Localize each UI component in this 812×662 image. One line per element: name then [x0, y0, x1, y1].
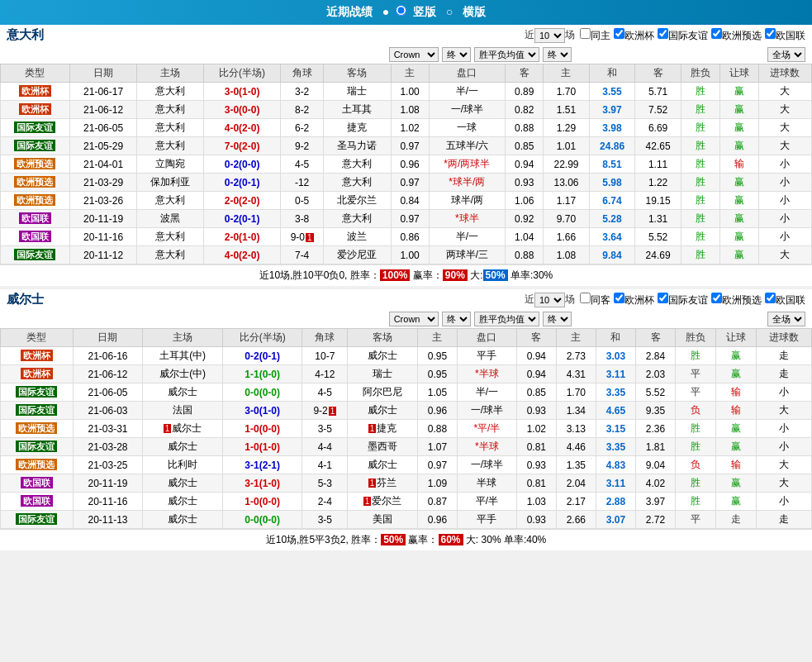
- type-badge: 欧国联: [21, 477, 53, 488]
- rb-cell: 赢: [719, 246, 758, 264]
- handicap-cell: *平/半: [457, 420, 516, 438]
- score-cell: 0-2(0-1): [204, 174, 281, 192]
- italy-cb-intl[interactable]: [658, 28, 668, 39]
- date-cell: 20-11-19: [69, 210, 136, 228]
- italy-cb-euro[interactable]: [614, 28, 624, 39]
- draw-avg-cell: 3.98: [589, 119, 635, 137]
- wales-end2-select[interactable]: 终: [543, 312, 572, 326]
- wales-cb-euro[interactable]: [614, 293, 624, 303]
- wales-crown-select[interactable]: Crown: [389, 312, 439, 326]
- away-odds-cell: 0.93: [516, 402, 556, 420]
- away-cell: 意大利: [324, 210, 391, 228]
- score-cell: 0-2(0-0): [204, 155, 281, 174]
- score-cell: 1-0(0-0): [222, 420, 302, 438]
- away-cell: 捷克: [324, 119, 391, 137]
- type-badge: 国际友谊: [16, 404, 57, 416]
- main-odds-cell: 0.97: [391, 137, 429, 155]
- away-odds-cell: 0.94: [516, 347, 556, 365]
- type-badge: 欧洲杯: [19, 85, 51, 97]
- rb-cell: 赢: [716, 365, 757, 383]
- table-row: 欧国联20-11-19威尔士3-1(1-0)5-31芬兰1.09半球0.812.…: [1, 474, 812, 493]
- draw-avg-cell: 24.86: [589, 137, 635, 155]
- lose-avg-cell: 7.52: [635, 101, 681, 119]
- date-cell: 21-06-12: [69, 101, 136, 119]
- vertical-label: 竖版: [413, 5, 436, 18]
- main-odds-cell: 1.08: [391, 101, 429, 119]
- corners-cell: 3-5: [302, 420, 348, 438]
- date-cell: 21-03-28: [73, 438, 143, 456]
- rb-cell: 赢: [716, 474, 757, 493]
- type-badge: 国际友谊: [16, 441, 57, 452]
- score-cell: 2-0(1-0): [204, 228, 281, 246]
- italy-cb-qual[interactable]: [711, 28, 722, 39]
- lose-avg-cell: 4.02: [635, 474, 675, 493]
- th-a32: 客: [635, 329, 675, 347]
- lose-avg-cell: 3.97: [635, 493, 675, 511]
- win-avg-cell: 1.01: [544, 137, 590, 155]
- size-cell: 小: [757, 493, 812, 511]
- corners-cell: 6-2: [280, 119, 324, 137]
- italy-count-select[interactable]: 10515: [534, 28, 565, 43]
- away-cell: 爱沙尼亚: [324, 246, 391, 264]
- corners-cell: 4-4: [302, 438, 348, 456]
- type-badge: 欧洲预选: [14, 158, 55, 169]
- rb-cell: 赢: [719, 192, 758, 210]
- away-odds-cell: 1.04: [506, 228, 544, 246]
- italy-crown-select[interactable]: Crown: [389, 47, 439, 62]
- wales-end1-select[interactable]: 终: [442, 312, 471, 326]
- vertical-radio[interactable]: [396, 5, 406, 16]
- th-handicap2: 盘口: [457, 329, 516, 347]
- draw-avg-cell: 8.51: [589, 155, 635, 174]
- th-date: 日期: [69, 64, 136, 83]
- section-italy: 意大利 近 10515 场 同主 欧洲杯 国际友谊 欧洲预选 欧国联 Crown…: [0, 25, 812, 286]
- lose-avg-cell: 2.36: [635, 420, 675, 438]
- size-cell: 小: [758, 192, 811, 210]
- away-cell: 北爱尔兰: [324, 192, 391, 210]
- handicap-cell: 平手: [457, 347, 516, 365]
- italy-cb-nations[interactable]: [765, 28, 776, 39]
- lose-avg-cell: 42.65: [635, 137, 681, 155]
- wales-cb-qual[interactable]: [711, 293, 722, 303]
- draw-avg-cell: 3.35: [596, 383, 635, 402]
- italy-avg-select[interactable]: 胜平负均值: [474, 47, 539, 62]
- away-cell: 意大利: [324, 174, 391, 192]
- score-cell: 3-0(0-0): [204, 101, 281, 119]
- wales-all-select[interactable]: 全场: [767, 312, 805, 326]
- away-cell: 威尔士: [348, 347, 418, 365]
- type-badge: 国际友谊: [16, 513, 57, 525]
- th-corners2: 角球: [302, 329, 348, 347]
- italy-all-select[interactable]: 全场: [767, 47, 805, 62]
- handicap-cell: 球半/两: [429, 192, 506, 210]
- table-row: 欧洲杯21-06-12威尔士(中)1-1(0-0)4-12瑞士0.95*半球0.…: [1, 365, 812, 383]
- home-cell: 意大利: [137, 83, 204, 101]
- th-m22: 客: [516, 329, 556, 347]
- main-odds-cell: 0.97: [417, 456, 457, 474]
- italy-cb-home[interactable]: [580, 28, 591, 39]
- result-cell: 胜: [676, 420, 716, 438]
- wales-cb-nations[interactable]: [765, 293, 776, 303]
- size-cell: 大: [758, 137, 811, 155]
- score-cell: 0-0(0-0): [222, 383, 302, 402]
- wales-count-select[interactable]: 105: [534, 293, 565, 307]
- rb-cell: 输: [716, 402, 757, 420]
- rb-cell: 赢: [716, 438, 757, 456]
- rb-cell: 赢: [716, 420, 757, 438]
- date-cell: 20-11-12: [69, 246, 136, 264]
- wales-cb-away[interactable]: [580, 293, 591, 303]
- table-row: 欧洲杯21-06-17意大利3-0(1-0)3-2瑞士1.00半/一0.891.…: [1, 83, 812, 101]
- wales-cb-intl[interactable]: [658, 293, 668, 303]
- date-cell: 20-11-13: [73, 511, 143, 529]
- wales-stat-bar: 近10场,胜5平3负2, 胜率：50% 赢率：60% 大: 30% 单率:40%: [0, 529, 812, 550]
- score-cell: 1-1(0-0): [222, 365, 302, 383]
- wales-avg-select[interactable]: 胜平负均值: [474, 312, 539, 326]
- handicap-cell: 一/球半: [457, 456, 516, 474]
- rb-cell: 输: [719, 155, 758, 174]
- score-cell: 3-0(1-0): [222, 402, 302, 420]
- corners-cell: 3-8: [280, 210, 324, 228]
- italy-stat-bar: 近10场,胜10平0负0, 胜率：100% 赢率：90% 大:50% 单率:30…: [0, 264, 812, 286]
- score-cell: 1-0(1-0): [222, 438, 302, 456]
- italy-end2-select[interactable]: 终: [543, 47, 572, 62]
- italy-end1-select[interactable]: 终: [442, 47, 471, 62]
- th-type: 类型: [1, 64, 70, 83]
- win-avg-cell: 1.66: [544, 228, 590, 246]
